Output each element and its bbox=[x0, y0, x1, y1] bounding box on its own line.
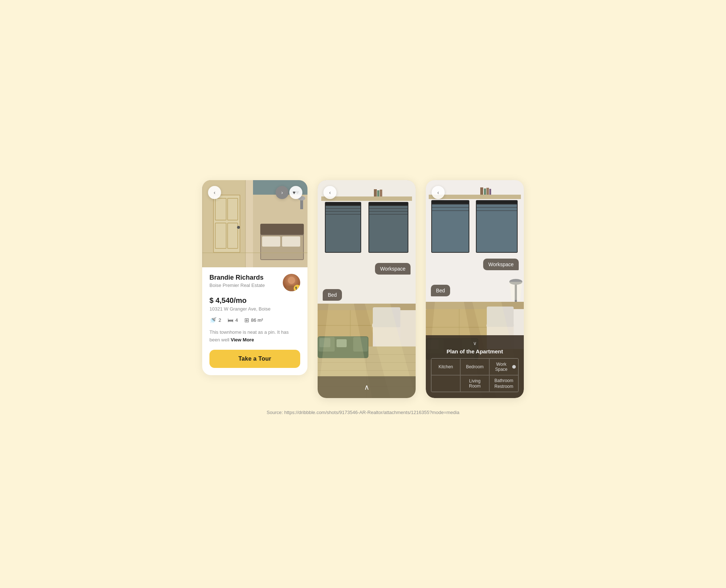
back-button[interactable]: ‹ bbox=[208, 186, 221, 199]
floor-plan-title: Plan of the Apartment bbox=[431, 348, 519, 354]
amenities-row: 🚿 2 🛏 4 ⊞ 86 m² bbox=[209, 317, 300, 324]
svg-rect-17 bbox=[282, 236, 300, 247]
agent-info: Brandie Richards Boise Premier Real Esta… bbox=[209, 274, 265, 288]
property-listing-card: ‹ › ♥ Brandie Richards Boise Premier Rea… bbox=[202, 180, 307, 375]
svg-rect-36 bbox=[369, 203, 408, 206]
svg-rect-35 bbox=[369, 203, 408, 252]
floor-plan-overlay: ∨ Plan of the Apartment Kitchen Bedroom … bbox=[426, 335, 524, 398]
agent-company: Boise Premier Real Estate bbox=[209, 283, 265, 288]
svg-rect-87 bbox=[484, 188, 486, 195]
svg-marker-114 bbox=[509, 282, 522, 300]
agent-row: Brandie Richards Boise Premier Real Esta… bbox=[209, 274, 300, 291]
take-tour-button[interactable]: Take a Tour bbox=[209, 350, 300, 368]
back-button-2[interactable]: ‹ bbox=[323, 186, 337, 199]
bath-icon: 🚿 bbox=[209, 317, 217, 324]
svg-point-10 bbox=[237, 226, 240, 229]
kitchen-cell: Kitchen bbox=[431, 358, 460, 375]
view-more-link[interactable]: View More bbox=[231, 337, 254, 342]
call-badge: 📞 bbox=[294, 285, 300, 291]
property-image: ‹ › ♥ bbox=[202, 180, 307, 267]
property-description: This townhome is neat as a pin. It has b… bbox=[209, 329, 300, 344]
property-price: $ 4,540/mo bbox=[209, 296, 300, 305]
restroom-label: Restroom bbox=[494, 384, 513, 389]
photo-card-inner: ‹ Workspace Bed ∧ bbox=[318, 180, 416, 398]
floor-grid: Kitchen Bedroom Work Space bbox=[431, 358, 519, 392]
cards-container: ‹ › ♥ Brandie Richards Boise Premier Rea… bbox=[163, 180, 563, 398]
svg-point-24 bbox=[288, 277, 295, 284]
svg-rect-86 bbox=[480, 187, 483, 195]
svg-rect-81 bbox=[477, 201, 517, 204]
bedrooms-count: 4 bbox=[235, 317, 238, 323]
livingroom-cell: Living Room bbox=[460, 375, 489, 392]
area-amenity: ⊞ 86 m² bbox=[244, 317, 263, 324]
favorite-button[interactable]: ♥ bbox=[289, 186, 302, 199]
bathroom-cell: Bathroom Restroom bbox=[489, 375, 518, 392]
svg-rect-80 bbox=[477, 201, 517, 252]
svg-rect-43 bbox=[377, 190, 379, 196]
photo-bottom-bar: ∧ bbox=[318, 376, 416, 398]
floor-grid-row2: Living Room Bathroom Restroom bbox=[431, 375, 518, 392]
area-value: 86 m² bbox=[251, 317, 263, 323]
agent-avatar: 📞 bbox=[283, 274, 300, 291]
livingroom-label: Living Room bbox=[463, 378, 487, 389]
empty-cell bbox=[431, 375, 460, 392]
workspace-photo-card: ‹ Workspace Bed ∧ bbox=[318, 180, 416, 398]
bathroom-label: Bathroom bbox=[494, 378, 513, 383]
bed-icon: 🛏 bbox=[228, 317, 233, 324]
forward-button[interactable]: › bbox=[276, 186, 289, 199]
svg-rect-42 bbox=[374, 189, 377, 196]
workspace-cell: Work Space bbox=[489, 358, 518, 375]
expand-icon[interactable]: ∧ bbox=[364, 383, 370, 392]
source-attribution: Source: https://dribbble.com/shots/91735… bbox=[267, 410, 460, 415]
bed-label-3: Bed bbox=[431, 285, 450, 296]
card-body: Brandie Richards Boise Premier Real Esta… bbox=[202, 267, 307, 375]
svg-rect-44 bbox=[380, 190, 382, 196]
back-button-3[interactable]: ‹ bbox=[432, 186, 445, 199]
svg-rect-29 bbox=[326, 203, 360, 206]
agent-name: Brandie Richards bbox=[209, 274, 265, 281]
bed-label: Bed bbox=[323, 289, 342, 301]
svg-rect-28 bbox=[326, 203, 360, 252]
property-address: 10321 W Granger Ave, Boise bbox=[209, 306, 300, 312]
workspace-label: Workspace bbox=[375, 263, 411, 275]
svg-rect-16 bbox=[262, 236, 280, 247]
bathrooms-count: 2 bbox=[219, 317, 221, 323]
svg-rect-89 bbox=[489, 189, 491, 195]
svg-rect-74 bbox=[432, 201, 469, 252]
workspace-label-3: Workspace bbox=[483, 259, 519, 270]
workspace-dot bbox=[512, 365, 516, 369]
svg-rect-75 bbox=[432, 201, 469, 204]
bedrooms-amenity: 🛏 4 bbox=[228, 317, 238, 324]
svg-rect-41 bbox=[321, 196, 412, 201]
svg-rect-14 bbox=[260, 224, 304, 235]
bathrooms-amenity: 🚿 2 bbox=[209, 317, 221, 324]
svg-rect-5 bbox=[214, 195, 240, 252]
floor-plan-chevron[interactable]: ∨ bbox=[431, 340, 519, 346]
bedroom-cell: Bedroom bbox=[460, 358, 489, 375]
svg-rect-88 bbox=[486, 188, 489, 195]
floorplan-photo-card: ‹ Workspace Bed ∨ Plan of the Apartment … bbox=[426, 180, 524, 398]
area-icon: ⊞ bbox=[244, 317, 249, 324]
floor-grid-row1: Kitchen Bedroom Work Space bbox=[431, 358, 518, 375]
